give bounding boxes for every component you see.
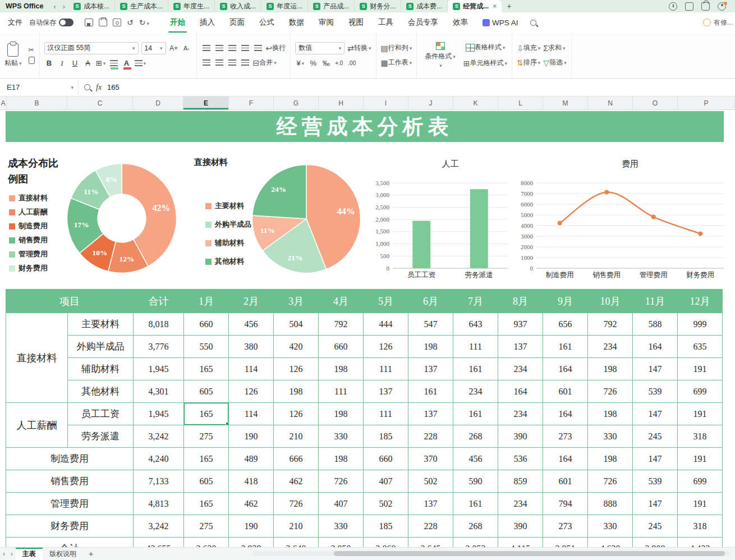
- table-cell[interactable]: 794: [543, 493, 588, 515]
- table-header-cell[interactable]: 11月: [633, 290, 678, 313]
- align-center-icon[interactable]: [214, 57, 224, 68]
- table-cell[interactable]: 2,868: [364, 538, 408, 548]
- table-cell[interactable]: 536: [498, 448, 543, 470]
- table-cell[interactable]: 147: [633, 448, 678, 470]
- row-label-cell[interactable]: 合计: [6, 538, 134, 548]
- close-tab-icon[interactable]: ×: [493, 2, 497, 10]
- table-cell[interactable]: 147: [633, 403, 678, 425]
- table-header-cell[interactable]: 2月: [229, 290, 274, 313]
- row-label-cell[interactable]: 外购半成品: [68, 336, 134, 358]
- table-cell[interactable]: 2,908: [633, 538, 678, 548]
- line-point[interactable]: [698, 231, 702, 236]
- app-title[interactable]: WPS Office: [0, 0, 50, 12]
- scrollbar-thumb[interactable]: [334, 551, 725, 556]
- column-header-A[interactable]: A: [0, 97, 7, 109]
- table-cell[interactable]: 601: [543, 380, 588, 403]
- table-cell[interactable]: 489: [229, 448, 274, 470]
- table-header-cell[interactable]: 1月: [184, 290, 229, 313]
- align-top-icon[interactable]: [201, 43, 212, 54]
- row-label-cell[interactable]: 财务费用: [6, 515, 134, 538]
- menu-tab-1[interactable]: 开始: [163, 12, 192, 33]
- justify-icon[interactable]: [240, 57, 250, 68]
- table-cell[interactable]: 792: [588, 313, 633, 336]
- row-group-cell[interactable]: 直接材料: [6, 313, 68, 403]
- table-cell[interactable]: 190: [229, 425, 274, 448]
- table-cell[interactable]: 656: [543, 313, 588, 336]
- table-cell[interactable]: 318: [678, 425, 723, 448]
- first-sheet-icon[interactable]: ‹: [0, 548, 8, 560]
- row-total-cell[interactable]: 4,240: [134, 448, 184, 470]
- sort-button[interactable]: ⇅排序: [517, 57, 540, 68]
- table-header-cell[interactable]: 6月: [408, 290, 453, 313]
- table-cell[interactable]: 547: [408, 313, 453, 336]
- table-cell[interactable]: 462: [274, 470, 319, 493]
- app-store-icon[interactable]: [701, 2, 710, 11]
- table-cell[interactable]: 165: [184, 358, 229, 380]
- table-cell[interactable]: 198: [588, 403, 633, 425]
- table-cell[interactable]: 198: [274, 380, 319, 403]
- row-label-cell[interactable]: 劳务派遣: [68, 425, 134, 448]
- user-profile-icon[interactable]: [718, 2, 726, 11]
- column-header-F[interactable]: F: [229, 97, 274, 109]
- autosave-control[interactable]: 自动保存: [29, 18, 79, 27]
- table-cell[interactable]: 273: [543, 515, 588, 538]
- merge-cells-button[interactable]: ⊟合并: [253, 57, 277, 68]
- menu-tab-11[interactable]: WPS AI: [475, 12, 526, 33]
- table-cell[interactable]: 111: [364, 358, 408, 380]
- table-cell[interactable]: 234: [453, 380, 498, 403]
- table-cell[interactable]: 198: [319, 403, 364, 425]
- table-header-cell[interactable]: 3月: [274, 290, 319, 313]
- clear-format-button[interactable]: [135, 58, 146, 69]
- indent-decrease-icon[interactable]: [240, 43, 250, 54]
- column-header-M[interactable]: M: [543, 97, 588, 109]
- formula-value[interactable]: 165: [107, 83, 120, 91]
- autosave-toggle[interactable]: [59, 19, 74, 26]
- menu-tab-2[interactable]: 插入: [192, 12, 222, 33]
- zoom-formula-icon[interactable]: [84, 84, 90, 90]
- worksheet-button[interactable]: ▦工作表: [381, 57, 412, 68]
- table-cell[interactable]: 190: [229, 515, 274, 538]
- table-cell[interactable]: 273: [543, 425, 588, 448]
- rows-cols-button[interactable]: ▤行和列: [381, 43, 412, 54]
- percent-format-icon[interactable]: %: [308, 58, 318, 69]
- column-header-N[interactable]: N: [588, 97, 633, 109]
- align-right-icon[interactable]: [227, 57, 237, 68]
- table-cell[interactable]: 660: [364, 448, 408, 470]
- bold-button[interactable]: B: [44, 58, 54, 69]
- table-cell[interactable]: 726: [274, 493, 319, 515]
- table-cell[interactable]: 111: [364, 403, 408, 425]
- table-cell[interactable]: 198: [588, 358, 633, 380]
- table-cell[interactable]: 550: [184, 336, 229, 358]
- fill-color-button[interactable]: [109, 58, 119, 69]
- thousands-format-icon[interactable]: ‰: [321, 58, 331, 69]
- table-cell[interactable]: 859: [498, 470, 543, 493]
- document-tab[interactable]: S财务分...: [355, 0, 401, 12]
- bar[interactable]: [412, 221, 430, 268]
- table-cell[interactable]: 191: [678, 493, 723, 515]
- table-cell[interactable]: 275: [184, 515, 229, 538]
- table-cell[interactable]: 601: [543, 470, 588, 493]
- column-header-P[interactable]: P: [678, 97, 735, 109]
- italic-button[interactable]: I: [57, 58, 67, 69]
- menu-tab-4[interactable]: 公式: [252, 12, 282, 33]
- table-cell[interactable]: 462: [229, 493, 274, 515]
- table-cell[interactable]: 234: [498, 493, 543, 515]
- table-header-cell[interactable]: 5月: [364, 290, 408, 313]
- table-cell[interactable]: 330: [588, 515, 633, 538]
- add-sheet-button[interactable]: +: [83, 548, 99, 560]
- document-tab[interactable]: S生产成本...: [115, 0, 168, 12]
- table-cell[interactable]: 161: [453, 358, 498, 380]
- table-cell[interactable]: 161: [453, 403, 498, 425]
- table-cell[interactable]: 504: [274, 313, 319, 336]
- document-tab[interactable]: S年度生...: [168, 0, 215, 12]
- table-cell[interactable]: 111: [319, 380, 364, 403]
- table-cell[interactable]: 164: [543, 448, 588, 470]
- table-cell[interactable]: 198: [408, 336, 453, 358]
- row-total-cell[interactable]: 7,133: [134, 470, 184, 493]
- menu-tab-3[interactable]: 页面: [222, 12, 252, 33]
- number-format-select[interactable]: 数值: [295, 42, 344, 54]
- table-header-cell[interactable]: 12月: [678, 290, 723, 313]
- document-tab[interactable]: S收入成...: [215, 0, 261, 12]
- decrease-decimal-icon[interactable]: .00: [347, 58, 357, 69]
- row-label-cell[interactable]: 管理费用: [6, 493, 134, 515]
